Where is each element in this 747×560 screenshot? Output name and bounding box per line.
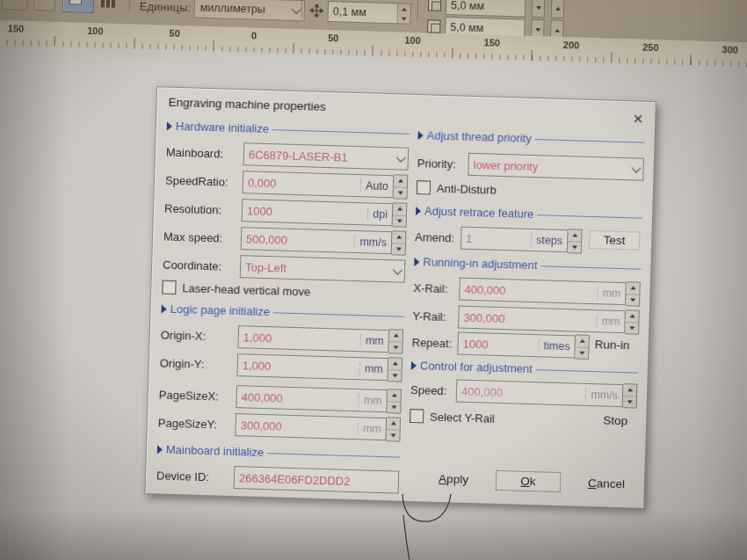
resolution-input[interactable]: 1000 dpi <box>242 199 394 226</box>
stop-button[interactable]: Stop <box>603 413 627 427</box>
pagesizey-spinner[interactable] <box>386 417 401 441</box>
maxspeed-input[interactable]: 500,000 mm/s <box>241 227 393 254</box>
spinner-down-icon[interactable] <box>393 345 398 349</box>
speed-input[interactable]: 400,000 mm/s <box>456 380 624 408</box>
priority-value: lower priority <box>473 157 631 175</box>
section-arrow-icon <box>162 304 167 313</box>
coordinate-dropdown[interactable]: Top-Left <box>240 255 406 283</box>
apply-button[interactable]: Apply <box>429 472 478 487</box>
spinner-up-icon[interactable] <box>391 394 396 397</box>
originx-spinner[interactable] <box>388 329 403 353</box>
spinner-down-icon[interactable] <box>392 374 397 377</box>
spinner-down-icon[interactable] <box>402 17 407 20</box>
duplicate-x-up-button[interactable] <box>551 0 565 18</box>
maxspeed-spinner[interactable] <box>392 230 407 255</box>
yrail-input[interactable]: 300,000 mm <box>458 306 626 334</box>
antidisturb-checkbox[interactable] <box>417 180 431 194</box>
repeat-row: Repeat: 1000 times Run-in <box>411 331 639 360</box>
toolbar-button[interactable] <box>34 0 56 11</box>
spinner-down-icon[interactable] <box>391 405 396 409</box>
spinner-up-icon[interactable] <box>397 207 403 211</box>
spinner-up-icon[interactable] <box>627 389 633 392</box>
units-dropdown[interactable]: миллиметры <box>193 0 305 21</box>
resolution-spinner[interactable] <box>393 202 408 227</box>
spinner-up-icon[interactable] <box>629 315 635 318</box>
toolbar-active-button[interactable] <box>62 0 95 13</box>
laserhead-checkbox-row: Laser-head vertical move <box>162 280 404 302</box>
spinner-up-icon[interactable] <box>579 339 584 343</box>
pagesizey-input[interactable]: 300,000 mm <box>235 413 387 440</box>
maxspeed-row: Max speed: 500,000 mm/s <box>163 225 407 255</box>
spinner-down-icon[interactable] <box>396 219 402 222</box>
coordinate-value: Top-Left <box>245 260 393 278</box>
xrail-label: X-Rail: <box>413 281 459 296</box>
spinner-up-icon[interactable] <box>402 7 407 11</box>
section-adjust-retrace-feature: Adjust retrace feature <box>416 204 642 224</box>
spinner-up-icon[interactable] <box>392 362 397 366</box>
photographed-screen: Единицы: миллиметры 0,1 мм 5,0 мм <box>0 0 747 560</box>
spinner-up-icon[interactable] <box>398 179 403 183</box>
section-mainboard-initialize: Mainboard initialize <box>157 442 400 462</box>
xrail-input[interactable]: 400,000 mm <box>459 278 627 306</box>
yrail-label: Y-Rail: <box>412 309 458 324</box>
speedratio-label: SpeedRatio: <box>165 173 243 189</box>
dialog-left-column: Hardware initialize Mainboard: 6C6879-LA… <box>156 88 410 501</box>
amend-spinner[interactable] <box>568 229 583 253</box>
spinner-down-icon[interactable] <box>627 400 632 404</box>
chevron-down-icon <box>396 152 406 162</box>
engraving-machine-properties-dialog: Engraving machine properties ✕ Hardware … <box>144 86 656 509</box>
ok-button[interactable]: Ok <box>496 470 562 492</box>
duplicate-distance-y-value: 5,0 мм <box>450 21 483 34</box>
spinner-down-icon[interactable] <box>630 298 635 302</box>
duplicate-x-down-button[interactable] <box>532 0 546 18</box>
spinner-down-icon[interactable] <box>629 326 635 330</box>
nudge-offset-field[interactable]: 0,1 мм <box>327 1 411 25</box>
test-button[interactable]: Test <box>589 230 641 251</box>
spinner-down-icon[interactable] <box>571 245 577 249</box>
laserhead-checkbox-label: Laser-head vertical move <box>182 281 310 298</box>
originy-spinner[interactable] <box>388 357 403 382</box>
originx-input[interactable]: 1,000 mm <box>237 325 389 353</box>
selectyrail-checkbox-label: Select Y-Rail <box>430 410 495 425</box>
spinner-up-icon[interactable] <box>393 334 398 338</box>
deviceid-input[interactable]: 266364E06FD2DDD2 <box>234 466 400 494</box>
priority-dropdown[interactable]: lower priority <box>468 153 644 181</box>
spinner-up-icon[interactable] <box>396 236 402 239</box>
section-arrow-icon <box>416 207 421 215</box>
runin-button[interactable]: Run-in <box>587 336 637 354</box>
pagesizex-value: 400,000 <box>242 390 359 407</box>
section-running-in-adjustment: Running-in adjustment <box>414 255 641 275</box>
speed-spinner[interactable] <box>623 383 638 408</box>
speedratio-row: SpeedRatio: 0,000 Auto <box>165 169 409 199</box>
originy-input[interactable]: 1,000 mm <box>236 353 388 381</box>
spinner-up-icon[interactable] <box>572 234 577 237</box>
cancel-button[interactable]: Cancel <box>582 476 631 491</box>
pagesizex-spinner[interactable] <box>387 389 402 413</box>
speedratio-input[interactable]: 0,000 Auto <box>243 171 395 198</box>
spinner-down-icon[interactable] <box>397 191 403 194</box>
pagesizex-input[interactable]: 400,000 mm <box>236 385 388 412</box>
speedratio-spinner[interactable] <box>393 174 408 199</box>
xrail-spinner[interactable] <box>626 281 641 306</box>
section-rule <box>272 129 410 135</box>
laserhead-checkbox[interactable] <box>162 280 176 295</box>
deviceid-row: Device ID: 266364E06FD2DDD2 <box>156 463 400 493</box>
yrail-spinner[interactable] <box>625 309 640 334</box>
speed-row: Speed: 400,000 mm/s <box>410 378 638 408</box>
toolbar-button[interactable] <box>3 0 28 11</box>
spinner-down-icon[interactable] <box>579 351 584 354</box>
duplicate-distance-x-field[interactable]: 5,0 мм <box>446 0 526 18</box>
selectyrail-checkbox[interactable] <box>410 409 424 423</box>
mainboard-dropdown[interactable]: 6C6879-LASER-B1 <box>243 142 410 171</box>
amend-unit: steps <box>531 234 562 247</box>
pagesizey-row: PageSizeY: 300,000 mm <box>157 411 401 440</box>
toolbar-glyph-icon[interactable] <box>101 0 115 8</box>
spinner-up-icon[interactable] <box>390 422 395 425</box>
spinner-up-icon[interactable] <box>630 287 635 290</box>
section-rule <box>273 312 403 316</box>
nudge-spinner[interactable] <box>396 4 410 23</box>
spinner-down-icon[interactable] <box>390 433 395 437</box>
spinner-down-icon[interactable] <box>395 247 401 251</box>
amend-input[interactable]: 1 steps <box>461 227 569 253</box>
repeat-input[interactable]: 1000 times <box>457 332 576 359</box>
